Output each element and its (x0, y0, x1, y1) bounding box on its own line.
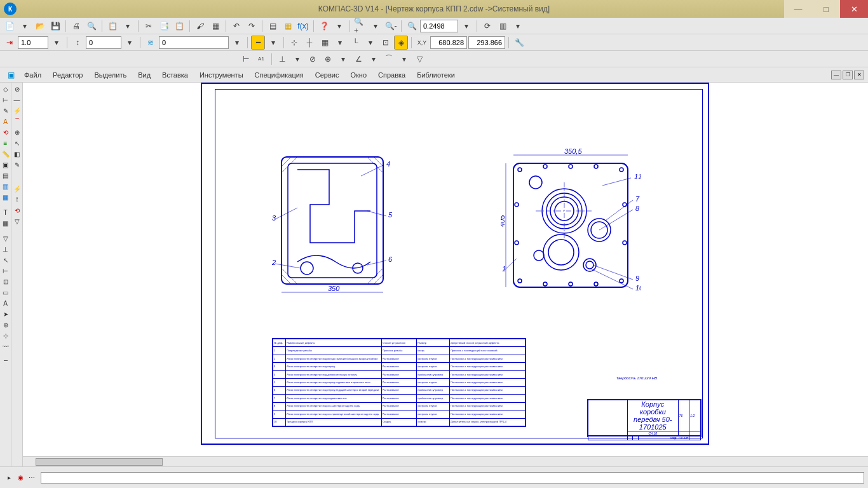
step-input[interactable] (18, 36, 48, 49)
layer-input[interactable] (159, 36, 229, 49)
snap-end-button[interactable]: ⊡ (379, 36, 393, 50)
format-painter-button[interactable]: 🖌 (193, 19, 207, 33)
tool-table-icon[interactable]: ▦ (1, 218, 11, 228)
tool-tolerance-icon[interactable]: ▭ (1, 287, 11, 297)
tool-cutline-icon[interactable]: A (1, 298, 11, 308)
zoom-in-dropdown[interactable]: ▾ (369, 19, 383, 33)
linear-dim-button[interactable]: ⊥ (275, 52, 289, 66)
properties-dropdown[interactable]: ▾ (121, 19, 135, 33)
select-all-button[interactable]: ▦ (208, 19, 222, 33)
prop-auto-icon[interactable]: ▸ (4, 473, 14, 483)
tool-select-icon[interactable]: ▣ (1, 159, 11, 170)
minimize-button[interactable]: — (784, 0, 812, 18)
tool-base-icon[interactable]: ⊥ (1, 244, 11, 254)
menu-help[interactable]: Справка (373, 69, 410, 81)
message-input[interactable] (41, 472, 864, 484)
tool2-3-icon[interactable]: ⚡ (12, 105, 22, 116)
menu-file[interactable]: Файл (19, 69, 46, 81)
zoom-in-button[interactable]: 🔍+ (353, 19, 367, 33)
close-button[interactable]: ✕ (840, 0, 868, 18)
angular-dim-button[interactable]: ∠ (351, 52, 365, 66)
tool-arrow-icon[interactable]: ➤ (1, 309, 11, 319)
menu-view[interactable]: Вид (133, 69, 156, 81)
menu-insert[interactable]: Вставка (157, 69, 193, 81)
new-dropdown[interactable]: ▾ (18, 19, 32, 33)
views-button[interactable]: ▥ (496, 19, 510, 33)
open-button[interactable]: 📂 (33, 19, 47, 33)
horizontal-scrollbar[interactable] (23, 456, 868, 466)
diameter-dim-button[interactable]: ⊘ (306, 52, 320, 66)
menu-edit[interactable]: Редактор (48, 69, 88, 81)
properties-button[interactable]: 📋 (105, 19, 119, 33)
tool-symbols-icon[interactable]: ✎ (1, 105, 11, 116)
tool-dimensions-icon[interactable]: ⊢ (1, 95, 11, 105)
libraries-button[interactable]: ▦ (281, 19, 295, 33)
tool2-7-icon[interactable]: ◧ (12, 149, 22, 159)
tool-reports-icon[interactable]: ▥ (1, 181, 11, 191)
tool2-6-icon[interactable]: ↖ (12, 138, 22, 148)
prop-stop-icon[interactable]: ◉ (15, 473, 25, 483)
doc-minimize-button[interactable]: — (831, 71, 841, 79)
linear-dim-dropdown[interactable]: ▾ (290, 52, 304, 66)
menu-spec[interactable]: Спецификация (250, 69, 309, 81)
tool-leader-icon[interactable]: ↖ (1, 255, 11, 265)
zoom-dropdown[interactable]: ▾ (459, 19, 473, 33)
zoom-out-button[interactable]: 🔍- (384, 19, 398, 33)
tool2-11-icon[interactable]: ⟲ (12, 205, 22, 215)
variables-button[interactable]: f(x) (296, 19, 310, 33)
angle-input[interactable] (86, 36, 121, 49)
radial-dim-button[interactable]: ⊕ (321, 52, 335, 66)
radial-dim-dropdown[interactable]: ▾ (336, 52, 350, 66)
drawing-canvas[interactable]: 3 2 4 5 6 350 (23, 83, 868, 466)
line-style-button[interactable]: ━ (251, 36, 265, 50)
tool2-5-icon[interactable]: ⊕ (12, 127, 22, 137)
redo-button[interactable]: ↷ (245, 19, 259, 33)
tool2-8-icon[interactable]: ✎ (12, 159, 22, 170)
coord-y-input[interactable] (468, 36, 505, 49)
cut-button[interactable]: ✂ (142, 19, 156, 33)
refresh-button[interactable]: ⟳ (480, 19, 494, 33)
tool-axisline-icon[interactable]: ⊹ (1, 330, 11, 341)
step-button[interactable]: ⇥ (3, 36, 17, 50)
tool-spec-icon[interactable]: ▤ (1, 170, 11, 180)
tool-geometry-icon[interactable]: ◇ (1, 84, 11, 94)
angle-dropdown[interactable]: ▾ (123, 36, 137, 50)
copy-button[interactable]: 📑 (157, 19, 171, 33)
snap-grid-dropdown[interactable]: ▾ (333, 36, 347, 50)
tool-mark-icon[interactable]: ⊢ (1, 266, 11, 276)
help-dropdown[interactable]: ▾ (332, 19, 346, 33)
tool2-4-icon[interactable]: ⌒ (12, 116, 22, 126)
views-dropdown[interactable]: ▾ (511, 19, 525, 33)
layer-icon[interactable]: ≋ (144, 36, 158, 50)
tool-centermark-icon[interactable]: ⊕ (1, 320, 11, 330)
tool-edit-icon[interactable]: ⟲ (1, 127, 11, 137)
tool-params-icon[interactable]: ≡ (1, 138, 11, 148)
angular-dim-dropdown[interactable]: ▾ (367, 52, 381, 66)
tool-rough-icon[interactable]: ▽ (1, 233, 11, 243)
arc-dim-dropdown[interactable]: ▾ (397, 52, 411, 66)
snap-ortho-dropdown[interactable]: ▾ (363, 36, 377, 50)
tool2-9-icon[interactable]: ⚡ (12, 184, 22, 194)
doc-close-button[interactable]: ✕ (854, 71, 864, 79)
step-dropdown[interactable]: ▾ (50, 36, 64, 50)
snap-ortho-button[interactable]: └ (348, 36, 362, 50)
snap-grid-button[interactable]: ▦ (318, 36, 332, 50)
menu-service[interactable]: Сервис (310, 69, 344, 81)
snap-2-button[interactable]: ┼ (302, 36, 316, 50)
snap-local-button[interactable]: ◈ (394, 36, 408, 50)
line-style-dropdown[interactable]: ▾ (266, 36, 280, 50)
new-doc-button[interactable]: 📄 (3, 19, 17, 33)
maximize-button[interactable]: □ (812, 0, 840, 18)
tool2-1-icon[interactable]: ⊘ (12, 84, 22, 94)
tool-wave-icon[interactable]: 〰 (1, 341, 11, 351)
menu-libs[interactable]: Библиотеки (412, 69, 460, 81)
extra-tool-button[interactable]: 🔧 (512, 36, 526, 50)
coord-x-input[interactable] (430, 36, 467, 49)
tool-pos-icon[interactable]: ⊡ (1, 276, 11, 287)
prop-more-icon[interactable]: ⋯ (27, 473, 37, 483)
angle-button[interactable]: ↕ (71, 36, 85, 50)
tool-views-icon[interactable]: ▦ (1, 192, 11, 202)
tool-text-icon[interactable]: A (1, 116, 11, 126)
help-button[interactable]: ❓ (317, 19, 331, 33)
paste-button[interactable]: 📋 (172, 19, 186, 33)
